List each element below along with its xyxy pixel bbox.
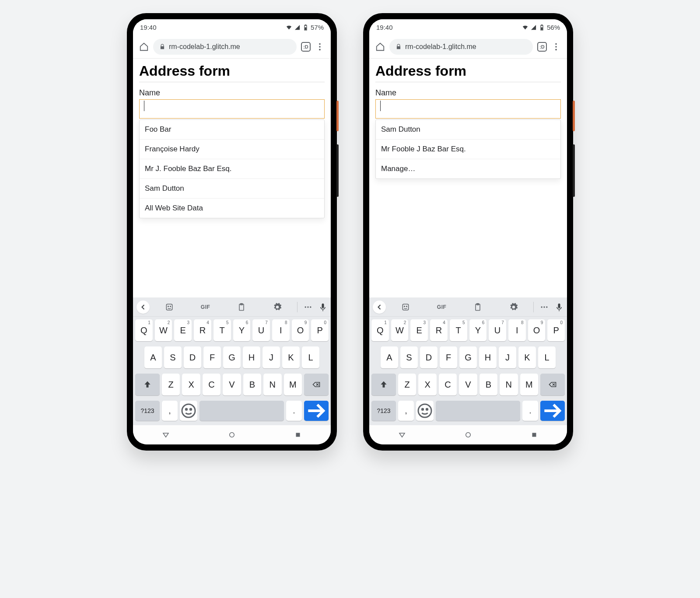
key[interactable]: W2	[155, 319, 172, 341]
volume-button[interactable]	[573, 144, 575, 197]
key[interactable]: H	[479, 346, 497, 368]
key[interactable]: R4	[430, 319, 448, 341]
key[interactable]: P0	[311, 319, 329, 341]
gear-icon[interactable]	[273, 303, 282, 311]
power-button[interactable]	[573, 101, 575, 131]
emoji-key[interactable]	[416, 401, 434, 421]
autofill-suggestion[interactable]: Sam Dutton	[376, 120, 560, 140]
backspace-key[interactable]	[304, 374, 329, 395]
key[interactable]: U7	[489, 319, 506, 341]
key[interactable]: F	[203, 346, 221, 368]
key[interactable]: P0	[547, 319, 565, 341]
shift-key[interactable]	[371, 374, 396, 395]
autofill-suggestion[interactable]: Foo Bar	[140, 120, 324, 140]
sticker-icon[interactable]	[401, 303, 410, 311]
url-bar[interactable]: rm-codelab-1.glitch.me	[153, 39, 297, 55]
autofill-suggestion[interactable]: Sam Dutton	[140, 179, 324, 199]
gif-button[interactable]: GIF	[201, 304, 210, 310]
backspace-key[interactable]	[540, 374, 565, 395]
sticker-icon[interactable]	[165, 303, 174, 311]
numeric-key[interactable]: ?123	[135, 401, 160, 421]
key[interactable]: M	[284, 374, 302, 395]
nav-recents-icon[interactable]	[294, 431, 302, 439]
url-bar[interactable]: rm-codelab-1.glitch.me	[389, 39, 533, 55]
key[interactable]: C	[439, 374, 457, 395]
key[interactable]: E3	[174, 319, 192, 341]
power-button[interactable]	[336, 101, 339, 131]
key[interactable]: A	[144, 346, 162, 368]
key[interactable]: K	[518, 346, 536, 368]
key[interactable]: A	[381, 346, 398, 368]
period-key[interactable]: .	[286, 401, 302, 421]
key[interactable]: B	[243, 374, 261, 395]
key[interactable]: D	[420, 346, 438, 368]
nav-home-icon[interactable]	[228, 431, 236, 439]
key[interactable]: O9	[528, 319, 546, 341]
key[interactable]: I8	[272, 319, 290, 341]
space-key[interactable]	[200, 401, 284, 421]
autofill-suggestion[interactable]: Manage…	[376, 159, 560, 178]
key[interactable]: X	[418, 374, 436, 395]
home-icon[interactable]	[139, 42, 149, 52]
emoji-key[interactable]	[180, 401, 197, 421]
key[interactable]: R4	[194, 319, 211, 341]
autofill-suggestion[interactable]: Françoise Hardy	[140, 140, 324, 159]
key[interactable]: J	[499, 346, 516, 368]
key[interactable]: Y6	[469, 319, 487, 341]
key[interactable]: Q1	[135, 319, 153, 341]
home-icon[interactable]	[375, 42, 385, 52]
autofill-suggestion[interactable]: Mr Fooble J Baz Bar Esq.	[376, 140, 560, 159]
key[interactable]: Z	[162, 374, 180, 395]
key[interactable]: T5	[214, 319, 231, 341]
name-input[interactable]	[375, 99, 561, 119]
key[interactable]: O9	[292, 319, 309, 341]
tabs-button[interactable]: :D	[301, 42, 311, 52]
clipboard-icon[interactable]	[473, 303, 482, 311]
key[interactable]: N	[500, 374, 518, 395]
more-horizontal-icon[interactable]	[540, 303, 549, 311]
key[interactable]: C	[203, 374, 220, 395]
enter-key[interactable]	[304, 401, 329, 421]
key[interactable]: V	[459, 374, 477, 395]
key[interactable]: W2	[391, 319, 409, 341]
key[interactable]: H	[243, 346, 260, 368]
key[interactable]: E3	[410, 319, 428, 341]
enter-key[interactable]	[540, 401, 565, 421]
more-icon[interactable]	[551, 42, 561, 52]
nav-home-icon[interactable]	[464, 431, 472, 439]
key[interactable]: K	[282, 346, 300, 368]
clipboard-icon[interactable]	[237, 303, 246, 311]
key[interactable]: I8	[508, 319, 526, 341]
key[interactable]: M	[520, 374, 538, 395]
mic-icon[interactable]	[555, 303, 564, 311]
key[interactable]: G	[223, 346, 241, 368]
period-key[interactable]: .	[522, 401, 538, 421]
volume-button[interactable]	[336, 144, 339, 197]
key[interactable]: J	[262, 346, 280, 368]
key[interactable]: T5	[450, 319, 467, 341]
key[interactable]: L	[538, 346, 556, 368]
tabs-button[interactable]: :D	[537, 42, 547, 52]
collapse-button[interactable]	[373, 301, 386, 314]
key[interactable]: V	[223, 374, 241, 395]
key[interactable]: D	[184, 346, 201, 368]
key[interactable]: S	[400, 346, 418, 368]
collapse-button[interactable]	[136, 301, 150, 314]
nav-back-icon[interactable]	[162, 431, 170, 439]
autofill-suggestion[interactable]: All Web Site Data	[140, 199, 324, 218]
nav-back-icon[interactable]	[398, 431, 406, 439]
comma-key[interactable]: ,	[162, 401, 178, 421]
key[interactable]: L	[302, 346, 319, 368]
key[interactable]: S	[164, 346, 182, 368]
shift-key[interactable]	[135, 374, 160, 395]
key[interactable]: Z	[398, 374, 416, 395]
numeric-key[interactable]: ?123	[371, 401, 396, 421]
gear-icon[interactable]	[509, 303, 518, 311]
key[interactable]: N	[263, 374, 281, 395]
comma-key[interactable]: ,	[398, 401, 414, 421]
key[interactable]: Q1	[371, 319, 389, 341]
nav-recents-icon[interactable]	[530, 431, 538, 439]
gif-button[interactable]: GIF	[437, 304, 447, 310]
mic-icon[interactable]	[318, 303, 327, 311]
space-key[interactable]	[436, 401, 520, 421]
